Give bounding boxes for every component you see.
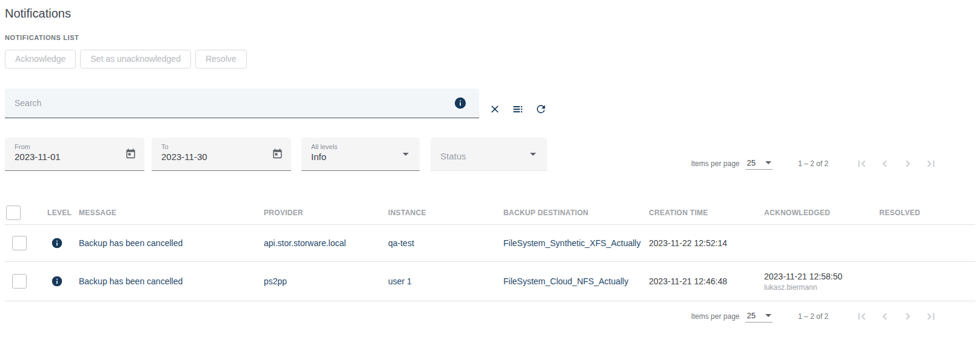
items-per-page-select[interactable]: 25 bbox=[745, 158, 772, 170]
status-select-placeholder: Status bbox=[440, 143, 537, 170]
select-all-checkbox[interactable] bbox=[6, 206, 21, 220]
refresh-icon[interactable] bbox=[535, 103, 547, 115]
cell-provider: api.stor.storware.local bbox=[263, 238, 387, 248]
items-per-page-select[interactable]: 25 bbox=[745, 311, 772, 323]
level-select-value: Info bbox=[311, 152, 410, 162]
info-level-icon bbox=[51, 275, 63, 287]
last-page-icon[interactable] bbox=[924, 157, 938, 170]
to-date-label: To bbox=[161, 143, 281, 150]
table-header-row: LEVEL MESSAGE PROVIDER INSTANCE BACKUP D… bbox=[5, 201, 975, 225]
calendar-icon[interactable] bbox=[125, 149, 136, 160]
cell-instance: qa-test bbox=[387, 238, 502, 248]
page-nav bbox=[855, 310, 938, 323]
previous-page-icon[interactable] bbox=[878, 157, 891, 170]
previous-page-icon[interactable] bbox=[878, 310, 891, 323]
next-page-icon[interactable] bbox=[901, 310, 915, 323]
header-provider: PROVIDER bbox=[263, 209, 387, 217]
info-level-icon bbox=[51, 237, 63, 249]
header-acknowledged: ACKNOWLEDGED bbox=[763, 209, 878, 217]
first-page-icon[interactable] bbox=[855, 310, 868, 323]
search-input[interactable] bbox=[15, 89, 439, 118]
filters-row: From 2023-11-01 To 2023-11-30 All levels… bbox=[5, 138, 975, 171]
cell-backup-destination: FileSystem_Synthetic_XFS_Actually bbox=[502, 238, 648, 248]
items-per-page-label: Items per page bbox=[691, 159, 739, 168]
set-as-unacknowledged-button[interactable]: Set as unacknowledged bbox=[80, 50, 191, 69]
header-level: LEVEL bbox=[41, 209, 78, 217]
page-range-label: 1 – 2 of 2 bbox=[798, 312, 828, 321]
last-page-icon[interactable] bbox=[924, 310, 938, 323]
row-checkbox[interactable] bbox=[12, 236, 27, 250]
search-row bbox=[5, 89, 975, 118]
header-backup-destination: BACKUP DESTINATION bbox=[502, 209, 648, 217]
cell-backup-destination: FileSystem_Cloud_NFS_Actually bbox=[502, 276, 648, 286]
page-nav bbox=[855, 157, 938, 170]
chevron-down-icon bbox=[765, 314, 771, 317]
acknowledge-button[interactable]: Acknowledge bbox=[5, 50, 76, 69]
from-date-value: 2023-11-01 bbox=[15, 152, 135, 162]
items-per-page-value: 25 bbox=[747, 158, 755, 167]
cell-message: Backup has been cancelled bbox=[78, 238, 263, 248]
level-select-label: All levels bbox=[311, 143, 410, 150]
notifications-page: Notifications NOTIFICATIONS LIST Acknowl… bbox=[0, 0, 980, 323]
filter-columns-icon[interactable] bbox=[512, 103, 524, 115]
cell-provider: ps2pp bbox=[263, 276, 387, 286]
cell-message: Backup has been cancelled bbox=[78, 276, 263, 286]
table-row[interactable]: Backup has been cancelled api.stor.storw… bbox=[5, 225, 975, 262]
resolve-button[interactable]: Resolve bbox=[195, 50, 247, 69]
header-instance: INSTANCE bbox=[387, 209, 502, 217]
page-title: Notifications bbox=[5, 5, 975, 22]
clear-search-icon[interactable] bbox=[489, 103, 501, 115]
status-select[interactable]: Status bbox=[431, 138, 547, 171]
search-field[interactable] bbox=[5, 89, 479, 118]
header-message: MESSAGE bbox=[78, 209, 263, 217]
table-row[interactable]: Backup has been cancelled ps2pp user 1 F… bbox=[5, 262, 975, 301]
cell-instance: user 1 bbox=[387, 276, 502, 286]
search-actions bbox=[489, 103, 547, 115]
first-page-icon[interactable] bbox=[855, 157, 868, 170]
to-date-value: 2023-11-30 bbox=[161, 152, 281, 162]
header-resolved: RESOLVED bbox=[878, 209, 975, 217]
info-icon[interactable] bbox=[454, 96, 467, 110]
row-checkbox[interactable] bbox=[12, 274, 27, 289]
chevron-down-icon bbox=[765, 161, 771, 164]
chevron-down-icon bbox=[403, 153, 409, 156]
next-page-icon[interactable] bbox=[901, 157, 915, 170]
acknowledged-by: lukasz.biermann bbox=[764, 282, 877, 293]
level-select[interactable]: All levels Info bbox=[301, 138, 420, 171]
notifications-table: LEVEL MESSAGE PROVIDER INSTANCE BACKUP D… bbox=[5, 201, 975, 301]
toolbar: Acknowledge Set as unacknowledged Resolv… bbox=[5, 50, 975, 69]
items-per-page-value: 25 bbox=[747, 311, 755, 320]
calendar-icon[interactable] bbox=[272, 149, 283, 160]
paginator-bottom: Items per page 25 1 – 2 of 2 bbox=[5, 310, 975, 323]
from-date-label: From bbox=[15, 143, 135, 150]
acknowledged-time: 2023-11-21 12:58:50 bbox=[764, 270, 877, 282]
paginator-top: Items per page 25 1 – 2 of 2 bbox=[691, 157, 975, 170]
items-per-page-label: Items per page bbox=[691, 312, 739, 321]
section-label: NOTIFICATIONS LIST bbox=[5, 34, 975, 41]
cell-acknowledged: 2023-11-21 12:58:50 lukasz.biermann bbox=[763, 270, 878, 293]
cell-creation-time: 2023-11-22 12:52:14 bbox=[648, 238, 763, 248]
to-date-field[interactable]: To 2023-11-30 bbox=[152, 138, 291, 171]
from-date-field[interactable]: From 2023-11-01 bbox=[5, 138, 144, 171]
cell-creation-time: 2023-11-21 12:46:48 bbox=[648, 276, 763, 286]
page-range-label: 1 – 2 of 2 bbox=[798, 159, 828, 168]
chevron-down-icon bbox=[530, 153, 536, 156]
header-creation-time: CREATION TIME bbox=[648, 209, 763, 217]
